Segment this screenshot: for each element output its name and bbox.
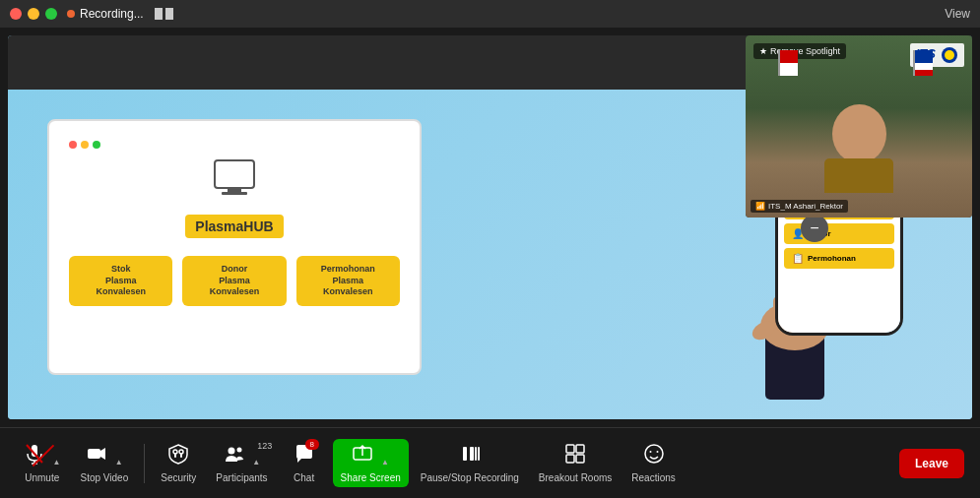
chat-label: Chat (294, 472, 314, 483)
pause-btn-right[interactable] (165, 8, 173, 20)
toolbar-divider-1 (144, 444, 145, 483)
participants-label: Participants (216, 472, 267, 483)
cards-row: StokPlasmaKonvalesen DonorPlasmaKonvales… (69, 256, 400, 306)
participant-count: 123 (257, 441, 272, 451)
mic-icon: ▲ (24, 443, 60, 469)
pause-recording-svg (459, 443, 481, 465)
card-stok: StokPlasmaKonvalesen (69, 256, 172, 306)
recording-label: Recording... (80, 7, 144, 21)
indonesia-flag (780, 50, 798, 76)
svg-point-25 (236, 448, 241, 453)
view-button[interactable]: View (945, 7, 970, 21)
svg-point-22 (173, 450, 177, 454)
breakout-rooms-icon (564, 443, 586, 469)
leave-button[interactable]: Leave (899, 449, 964, 478)
security-svg (167, 443, 189, 465)
breakout-svg (564, 443, 586, 465)
remove-spotlight-btn[interactable]: ★ Remove Spotlight (753, 43, 846, 59)
unmute-caret[interactable]: ▲ (53, 458, 61, 467)
minimize-slide-btn[interactable]: − (801, 215, 828, 242)
svg-rect-0 (215, 160, 254, 188)
participant-person (824, 104, 893, 193)
breakout-rooms-button[interactable]: Breakout Rooms (531, 439, 620, 487)
stop-video-label: Stop Video (80, 472, 128, 483)
svg-point-13 (945, 50, 954, 60)
security-label: Security (161, 472, 196, 483)
device-icon (210, 158, 259, 198)
plasmahub-label: PlasmaHUB (185, 215, 283, 238)
svg-rect-2 (222, 192, 247, 195)
reactions-button[interactable]: Reactions (623, 439, 683, 487)
pause-buttons[interactable] (155, 8, 173, 20)
mockup-dots (69, 141, 400, 149)
pause-recording-label: Pause/Stop Recording (421, 472, 519, 483)
security-icon (167, 443, 189, 469)
card-donor: DonorPlasmaKonvalesen (182, 256, 286, 306)
minimize-button[interactable] (28, 8, 39, 20)
stop-video-button[interactable]: ▲ Stop Video (72, 439, 136, 487)
svg-rect-31 (566, 445, 574, 453)
share-screen-caret[interactable]: ▲ (381, 458, 389, 467)
participant-name-label: 📶 ITS_M Ashari_Rektor (751, 200, 848, 213)
participant-video: iTS ★ Remove Spotlight (746, 35, 972, 218)
svg-rect-34 (576, 455, 584, 463)
participants-button[interactable]: 123 ▲ Participants (208, 439, 275, 487)
its-emblem (941, 46, 958, 64)
svg-point-37 (656, 451, 658, 453)
svg-rect-30 (478, 447, 480, 461)
share-screen-button[interactable]: ▲ Share Screen (333, 439, 409, 487)
chat-icon: 8 (294, 443, 315, 469)
svg-point-36 (649, 451, 651, 453)
signal-icon: 📶 (755, 202, 765, 211)
unmute-button[interactable]: ▲ Unmute (16, 439, 68, 487)
card-permohonan: PermohonanPlasmaKonvalesen (296, 256, 400, 306)
security-button[interactable]: Security (153, 439, 204, 487)
svg-rect-1 (228, 188, 241, 192)
reactions-svg (643, 443, 665, 465)
svg-rect-27 (463, 447, 467, 461)
svg-point-23 (179, 450, 183, 454)
svg-point-35 (645, 445, 663, 463)
close-button[interactable] (10, 8, 22, 20)
mockup-frame: PlasmaHUB StokPlasmaKonvalesen DonorPlas… (47, 119, 422, 375)
maximize-button[interactable] (45, 8, 57, 20)
mic-svg (24, 443, 45, 465)
chat-button[interactable]: 8 Chat (280, 439, 329, 487)
share-screen-label: Share Screen (341, 472, 401, 483)
traffic-lights (10, 8, 57, 20)
reactions-label: Reactions (631, 472, 675, 483)
participants-caret[interactable]: ▲ (252, 458, 260, 467)
titlebar: Recording... View (0, 0, 980, 28)
pause-recording-button[interactable]: Pause/Stop Recording (413, 439, 527, 487)
pause-btn-left[interactable] (155, 8, 163, 20)
svg-rect-29 (475, 447, 477, 461)
toolbar: ▲ Unmute ▲ Stop Video (0, 427, 980, 498)
svg-rect-32 (576, 445, 584, 453)
mockup-dot-red (69, 141, 77, 149)
svg-rect-33 (566, 455, 574, 463)
participants-svg (224, 443, 245, 465)
chat-badge: 8 (305, 439, 319, 450)
mockup-dot-green (93, 141, 100, 149)
video-caret[interactable]: ▲ (115, 458, 123, 467)
unmute-label: Unmute (25, 472, 59, 483)
recording-dot (67, 10, 75, 18)
recording-badge: Recording... (67, 7, 173, 21)
svg-marker-19 (100, 448, 105, 460)
main-content: PlasmaHUB StokPlasmaKonvalesen DonorPlas… (0, 28, 980, 427)
svg-rect-28 (470, 447, 474, 461)
participant-background: iTS ★ Remove Spotlight (746, 35, 972, 218)
participants-icon: 123 ▲ (224, 443, 260, 469)
breakout-rooms-label: Breakout Rooms (539, 472, 612, 483)
share-screen-icon: ▲ (352, 443, 388, 469)
toolbar-left: ▲ Unmute ▲ Stop Video (16, 439, 684, 487)
mockup-dot-yellow (81, 141, 89, 149)
desktop-mockup: PlasmaHUB StokPlasmaKonvalesen DonorPlas… (47, 119, 422, 375)
video-svg (86, 443, 107, 465)
reactions-icon (643, 443, 665, 469)
svg-point-24 (228, 448, 234, 455)
share-screen-svg (352, 443, 373, 465)
phone-btn-permohonan: 📋 Permohonan (784, 248, 894, 269)
video-icon: ▲ (86, 443, 122, 469)
svg-rect-18 (88, 449, 100, 459)
